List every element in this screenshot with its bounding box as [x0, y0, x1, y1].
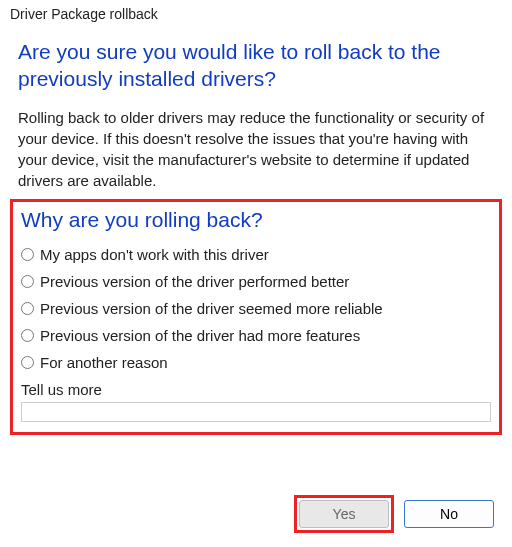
- reason-radio-input-2[interactable]: [21, 302, 34, 315]
- reason-radio-4[interactable]: For another reason: [21, 354, 491, 371]
- reason-radio-label: My apps don't work with this driver: [40, 246, 269, 263]
- reason-radio-3[interactable]: Previous version of the driver had more …: [21, 327, 491, 344]
- reason-radio-label: Previous version of the driver seemed mo…: [40, 300, 383, 317]
- tell-us-more-label: Tell us more: [21, 381, 491, 398]
- reason-radio-label: Previous version of the driver performed…: [40, 273, 349, 290]
- reason-heading: Why are you rolling back?: [21, 208, 491, 232]
- window-title: Driver Package rollback: [0, 0, 512, 24]
- reason-radio-input-4[interactable]: [21, 356, 34, 369]
- reason-radio-input-1[interactable]: [21, 275, 34, 288]
- no-button[interactable]: No: [404, 500, 494, 528]
- reason-radio-0[interactable]: My apps don't work with this driver: [21, 246, 491, 263]
- reason-radio-input-0[interactable]: [21, 248, 34, 261]
- reason-radio-input-3[interactable]: [21, 329, 34, 342]
- dialog-content: Are you sure you would like to roll back…: [0, 24, 512, 435]
- reason-radio-label: For another reason: [40, 354, 168, 371]
- reason-radio-2[interactable]: Previous version of the driver seemed mo…: [21, 300, 491, 317]
- main-heading: Are you sure you would like to roll back…: [18, 38, 494, 93]
- button-bar: Yes No: [294, 495, 494, 533]
- reason-radio-1[interactable]: Previous version of the driver performed…: [21, 273, 491, 290]
- reason-section-highlight: Why are you rolling back? My apps don't …: [10, 199, 502, 435]
- body-text: Rolling back to older drivers may reduce…: [18, 107, 494, 191]
- tell-us-more-input[interactable]: [21, 402, 491, 422]
- yes-button-highlight: Yes: [294, 495, 394, 533]
- yes-button[interactable]: Yes: [299, 500, 389, 528]
- reason-radio-label: Previous version of the driver had more …: [40, 327, 360, 344]
